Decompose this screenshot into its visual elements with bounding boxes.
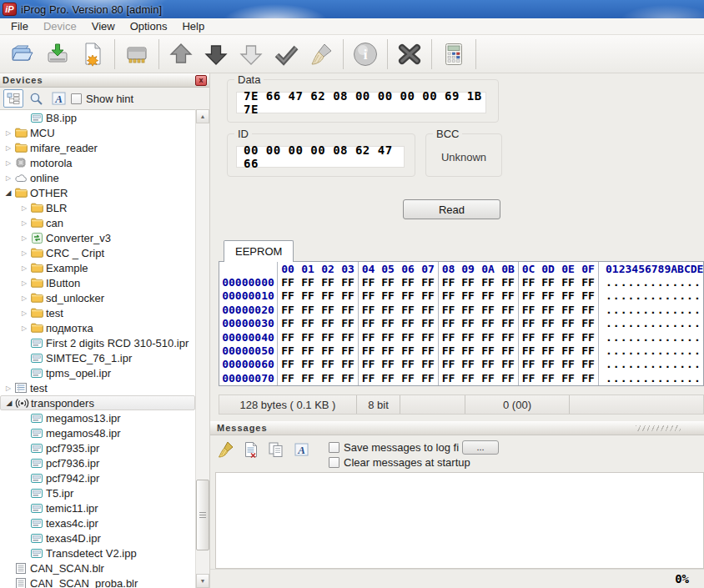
expander-closed-icon[interactable]: ▷ [3, 384, 13, 392]
expander-closed-icon[interactable]: ▷ [3, 144, 13, 152]
tree-item-blr[interactable]: ▷BLR [0, 200, 195, 215]
hex-byte-cell[interactable]: FF [578, 330, 598, 344]
tree-item-pcf7936.ipr[interactable]: pcf7936.ipr [0, 455, 195, 470]
hex-byte-cell[interactable]: FF [538, 289, 558, 303]
download-dark-icon[interactable] [199, 38, 233, 70]
tree-item-tpms_opel.ipr[interactable]: tpms_opel.ipr [0, 365, 195, 380]
hex-byte-cell[interactable]: FF [458, 289, 478, 303]
info-icon[interactable]: i [349, 38, 382, 70]
hex-byte-cell[interactable]: FF [518, 289, 538, 303]
hex-byte-cell[interactable]: FF [338, 289, 358, 303]
hex-byte-cell[interactable]: FF [358, 371, 378, 384]
expander-closed-icon[interactable]: ▷ [19, 324, 29, 332]
hex-byte-cell[interactable]: FF [498, 344, 518, 357]
hex-byte-cell[interactable]: FF [398, 289, 418, 303]
tree-item-online[interactable]: ▷online [0, 170, 195, 185]
hex-byte-cell[interactable]: FF [438, 330, 458, 344]
hex-byte-cell[interactable]: FF [458, 303, 478, 316]
tree-item-transdetect-v2.ipp[interactable]: Transdetect V2.ipp [0, 545, 195, 560]
hex-byte-cell[interactable]: FF [498, 371, 518, 384]
hex-byte-cell[interactable]: FF [518, 344, 538, 357]
hex-byte-cell[interactable]: FF [278, 317, 298, 330]
scroll-up-button[interactable]: ▲ [196, 109, 209, 123]
hex-byte-cell[interactable]: FF [358, 358, 378, 371]
download-light-icon[interactable] [234, 38, 268, 70]
hex-byte-cell[interactable]: FF [278, 358, 298, 371]
tree-item-can[interactable]: ▷can [0, 215, 195, 230]
hex-byte-cell[interactable]: FF [418, 275, 438, 289]
hex-byte-cell[interactable]: FF [418, 317, 438, 330]
hex-byte-cell[interactable]: FF [518, 275, 538, 289]
tree-item-texas4d.ipr[interactable]: texas4D.ipr [0, 530, 195, 545]
tree-item-converter_v3[interactable]: ▷Converter_v3 [0, 230, 195, 245]
tab-eeprom[interactable]: EEPROM [224, 240, 294, 262]
clear-messages-icon[interactable] [215, 440, 237, 460]
id-hex-input[interactable]: 00 00 00 00 08 62 47 66 [236, 146, 405, 168]
new-file-icon[interactable] [76, 38, 109, 70]
hex-byte-cell[interactable]: FF [378, 330, 398, 344]
hex-byte-cell[interactable]: FF [398, 275, 418, 289]
hex-byte-cell[interactable]: FF [418, 344, 438, 357]
hex-byte-cell[interactable]: FF [278, 344, 298, 357]
eeprom-hex-grid[interactable]: 000102030405060708090A0B0C0D0E0F01234567… [219, 261, 704, 386]
hex-byte-cell[interactable]: FF [478, 275, 498, 289]
tree-item-megamos48.ipr[interactable]: megamos48.ipr [0, 425, 195, 440]
expander-open-icon[interactable]: ◢ [4, 399, 14, 407]
hex-byte-cell[interactable]: FF [458, 317, 478, 330]
calculator-icon[interactable] [437, 38, 470, 70]
font-icon[interactable]: A [290, 440, 312, 460]
hex-byte-cell[interactable]: FF [578, 344, 598, 357]
upload-icon[interactable] [164, 38, 198, 70]
hex-byte-cell[interactable]: FF [298, 317, 318, 330]
tree-item-texas4c.ipr[interactable]: texas4c.ipr [0, 515, 195, 530]
hex-byte-cell[interactable]: FF [518, 358, 538, 371]
hex-byte-cell[interactable]: FF [378, 289, 398, 303]
cancel-icon[interactable] [393, 38, 426, 70]
expander-closed-icon[interactable]: ▷ [3, 174, 13, 182]
title-bar[interactable]: iP iProg Pro. Version 80 [admin] [0, 0, 704, 18]
hex-byte-cell[interactable]: FF [578, 303, 598, 316]
tree-item-mcu[interactable]: ▷MCU [0, 125, 195, 140]
messages-log-area[interactable] [215, 472, 704, 569]
hex-byte-cell[interactable]: FF [318, 371, 338, 384]
hex-byte-cell[interactable]: FF [358, 317, 378, 330]
tree-item-transponders[interactable]: ◢transponders [0, 395, 195, 410]
scroll-down-button[interactable]: ▼ [196, 574, 209, 588]
hex-byte-cell[interactable]: FF [498, 289, 518, 303]
tree-item-megamos13.ipr[interactable]: megamos13.ipr [0, 410, 195, 425]
hex-byte-cell[interactable]: FF [318, 317, 338, 330]
hex-byte-cell[interactable]: FF [378, 303, 398, 316]
expander-closed-icon[interactable]: ▷ [3, 159, 13, 167]
expander-closed-icon[interactable]: ▷ [19, 234, 29, 242]
show-hint-checkbox[interactable] [71, 93, 82, 104]
expander-open-icon[interactable]: ◢ [3, 188, 13, 197]
hex-byte-cell[interactable]: FF [298, 371, 318, 384]
hex-byte-cell[interactable]: FF [398, 330, 418, 344]
hex-byte-cell[interactable]: FF [458, 371, 478, 384]
menu-options[interactable]: Options [123, 18, 175, 34]
hex-byte-cell[interactable]: FF [558, 344, 578, 357]
verify-icon[interactable] [269, 38, 303, 70]
tree-item-first-2-digits-rcd-310-510.ipr[interactable]: First 2 digits RCD 310-510.ipr [0, 335, 195, 350]
hex-byte-cell[interactable]: FF [338, 303, 358, 316]
hex-byte-cell[interactable]: FF [478, 289, 498, 303]
hex-byte-cell[interactable]: FF [518, 317, 538, 330]
hex-byte-cell[interactable]: FF [558, 289, 578, 303]
tree-item-crc-_-cript[interactable]: ▷CRC _ Cript [0, 245, 195, 260]
hex-byte-cell[interactable]: FF [298, 289, 318, 303]
expander-closed-icon[interactable]: ▷ [19, 249, 29, 257]
hex-byte-cell[interactable]: FF [538, 330, 558, 344]
hex-byte-cell[interactable]: FF [498, 275, 518, 289]
open-file-icon[interactable] [6, 38, 39, 70]
expander-closed-icon[interactable]: ▷ [3, 129, 13, 137]
hex-byte-cell[interactable]: FF [418, 358, 438, 371]
expander-closed-icon[interactable]: ▷ [19, 204, 29, 212]
menu-view[interactable]: View [84, 18, 123, 34]
hex-byte-cell[interactable]: FF [558, 303, 578, 316]
hex-byte-cell[interactable]: FF [478, 330, 498, 344]
hex-byte-cell[interactable]: FF [478, 371, 498, 384]
hex-byte-cell[interactable]: FF [578, 289, 598, 303]
tree-item-can_scan_proba.blr[interactable]: CAN_SCAN_proba.blr [0, 575, 195, 588]
hex-byte-cell[interactable]: FF [418, 289, 438, 303]
hex-byte-cell[interactable]: FF [358, 344, 378, 357]
